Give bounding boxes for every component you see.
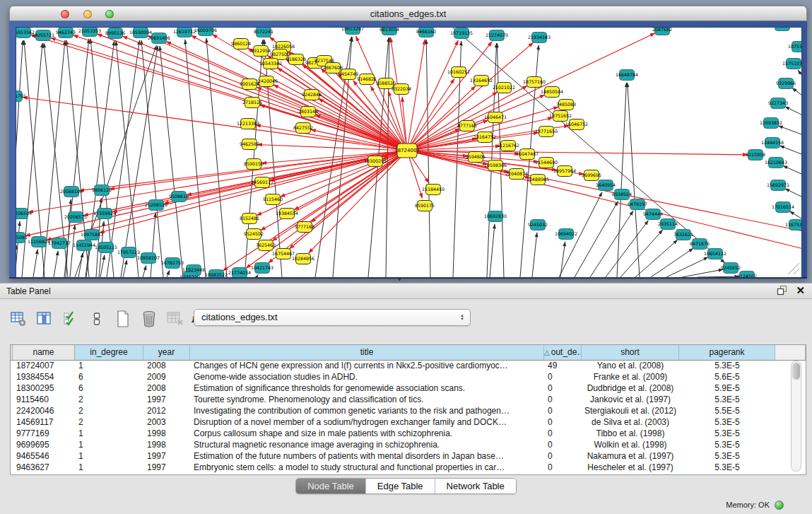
close-panel-icon[interactable]: ✕: [796, 285, 805, 296]
memory-status-indicator[interactable]: [775, 501, 784, 510]
table-row[interactable]: 911546021997Tourette syndrome. Phenomeno…: [11, 394, 806, 405]
vertical-scrollbar[interactable]: [791, 361, 801, 472]
table-row[interactable]: 1456911722003Disruption of a novel membe…: [11, 416, 806, 428]
column-header-out_de[interactable]: △out_de…: [544, 345, 582, 360]
column-header-year[interactable]: year: [143, 345, 190, 360]
table-cell[interactable]: 5.9E-5: [679, 382, 775, 394]
table-cell[interactable]: 5.6E-5: [679, 371, 775, 382]
table-row[interactable]: 969969511998Structural magnetic resonanc…: [11, 439, 806, 450]
table-row[interactable]: 946554611997Estimation of the future num…: [11, 450, 806, 462]
table-cell[interactable]: Estimation of significance thresholds fo…: [190, 382, 544, 394]
float-panel-icon[interactable]: [777, 285, 787, 296]
panel-collapse-grip-icon[interactable]: ▾: [398, 276, 401, 283]
column-header-title[interactable]: title: [190, 345, 544, 360]
table-row[interactable]: 1830029562008Estimation of significance …: [11, 382, 806, 394]
table-cell[interactable]: 5.3E-5: [679, 462, 775, 473]
table-cell[interactable]: 1997: [143, 394, 190, 405]
table-cell[interactable]: 9699695: [13, 439, 75, 450]
table-cell[interactable]: 18724007: [13, 360, 75, 371]
table-cell[interactable]: 0: [544, 371, 582, 382]
table-cell[interactable]: 49: [544, 360, 582, 371]
table-cell[interactable]: de Silva et al. (2003): [582, 416, 679, 428]
table-cell[interactable]: 9463627: [13, 462, 75, 473]
table-cell[interactable]: 2: [75, 416, 143, 428]
resize-grip-icon[interactable]: [788, 263, 799, 274]
table-cell[interactable]: 2: [75, 394, 143, 405]
select-all-icon[interactable]: [62, 310, 79, 327]
new-document-icon[interactable]: [114, 310, 131, 327]
table-cell[interactable]: 0: [544, 416, 582, 428]
table-cell[interactable]: Nakamura et al. (1997): [582, 450, 679, 462]
table-cell[interactable]: 5.5E-5: [679, 405, 775, 416]
table-cell[interactable]: 0: [544, 382, 582, 394]
table-cell[interactable]: Jankovic et al. (1997): [582, 394, 679, 405]
table-cell[interactable]: 0: [544, 394, 582, 405]
table-cell[interactable]: 6: [75, 382, 143, 394]
network-window-titlebar[interactable]: citations_edges.txt: [9, 6, 807, 21]
table-cell[interactable]: 5.3E-5: [679, 439, 775, 450]
table-cell[interactable]: 5.3E-5: [679, 450, 775, 462]
table-cell[interactable]: 0: [544, 439, 582, 450]
tab-edge-table[interactable]: Edge Table: [366, 479, 435, 493]
table-row[interactable]: 1872400712008Changes of HCN gene express…: [11, 360, 806, 371]
table-cell[interactable]: 22420046: [13, 405, 75, 416]
table-cell[interactable]: 9465546: [13, 450, 75, 462]
table-row[interactable]: 2242004622012Investigating the contribut…: [11, 405, 806, 416]
table-cell[interactable]: Stergiakouli et al. (2012): [582, 405, 679, 416]
tab-node-table[interactable]: Node Table: [296, 479, 366, 493]
table-cell[interactable]: 2009: [143, 371, 190, 382]
table-cell[interactable]: 1997: [143, 450, 190, 462]
table-cell[interactable]: 1: [75, 450, 143, 462]
table-cell[interactable]: 5.3E-5: [679, 416, 775, 428]
table-cell[interactable]: Disruption of a novel member of a sodium…: [190, 416, 544, 428]
table-cell[interactable]: Structural magnetic resonance image aver…: [190, 439, 544, 450]
table-cell[interactable]: Tourette syndrome. Phenomenology and cla…: [190, 394, 544, 405]
table-cell[interactable]: 2008: [143, 360, 190, 371]
table-row[interactable]: 946362711997Embryonic stem cells: a mode…: [11, 462, 806, 473]
table-cell[interactable]: 5.3E-5: [679, 428, 775, 439]
table-cell[interactable]: 0: [544, 428, 582, 439]
table-cell[interactable]: 1998: [143, 428, 190, 439]
column-header-in_degree[interactable]: in_degree: [75, 345, 143, 360]
column-header-pagerank[interactable]: pagerank: [679, 345, 775, 360]
table-cell[interactable]: 9115460: [13, 394, 75, 405]
table-row[interactable]: 1938455462009Genome-wide association stu…: [11, 371, 806, 382]
table-cell[interactable]: 6: [75, 371, 143, 382]
column-header-short[interactable]: short: [582, 345, 679, 360]
unselect-all-icon[interactable]: [88, 310, 105, 327]
tab-network-table[interactable]: Network Table: [435, 479, 516, 493]
table-cell[interactable]: 1997: [143, 462, 190, 473]
table-cell[interactable]: Tibbo et al. (1998): [582, 428, 679, 439]
table-cell[interactable]: Corpus callosum shape and size in male p…: [190, 428, 544, 439]
table-cell[interactable]: Yano et al. (2008): [582, 360, 679, 371]
table-cell[interactable]: 2: [75, 405, 143, 416]
table-cell[interactable]: Wolkin et al. (1998): [582, 439, 679, 450]
table-cell[interactable]: 14569117: [13, 416, 75, 428]
table-selector-dropdown[interactable]: citations_edges.txt ▲▼: [194, 309, 471, 326]
network-canvas[interactable]: 1695356224055721946274321053353899013610…: [16, 27, 802, 278]
table-cell[interactable]: 5.3E-5: [679, 394, 775, 405]
table-cell[interactable]: 0: [544, 462, 582, 473]
table-cell[interactable]: 1: [75, 428, 143, 439]
table-cell[interactable]: Dudbridge et al. (2008): [582, 382, 679, 394]
table-cell[interactable]: Investigating the contribution of common…: [190, 405, 544, 416]
table-cell[interactable]: 19384554: [13, 371, 75, 382]
table-cell[interactable]: 9777169: [13, 428, 75, 439]
table-cell[interactable]: 2008: [143, 382, 190, 394]
table-cell[interactable]: Estimation of the future numbers of pati…: [190, 450, 544, 462]
table-cell[interactable]: Hescheler et al. (1997): [582, 462, 679, 473]
table-cell[interactable]: 0: [544, 450, 582, 462]
table-options-icon[interactable]: [10, 310, 27, 327]
table-cell[interactable]: 2012: [143, 405, 190, 416]
delete-rows-trash-icon[interactable]: [141, 310, 158, 327]
scrollbar-thumb[interactable]: [792, 363, 800, 380]
table-cell[interactable]: 1: [75, 462, 143, 473]
show-columns-icon[interactable]: [36, 310, 53, 327]
table-cell[interactable]: Franke et al. (2009): [582, 371, 679, 382]
table-cell[interactable]: 1: [75, 439, 143, 450]
table-cell[interactable]: 1: [75, 360, 143, 371]
table-cell[interactable]: Embryonic stem cells: a model to study s…: [190, 462, 544, 473]
table-row[interactable]: 977716911998Corpus callosum shape and si…: [11, 428, 806, 439]
table-cell[interactable]: 5.3E-5: [679, 360, 775, 371]
table-cell[interactable]: 2003: [143, 416, 190, 428]
